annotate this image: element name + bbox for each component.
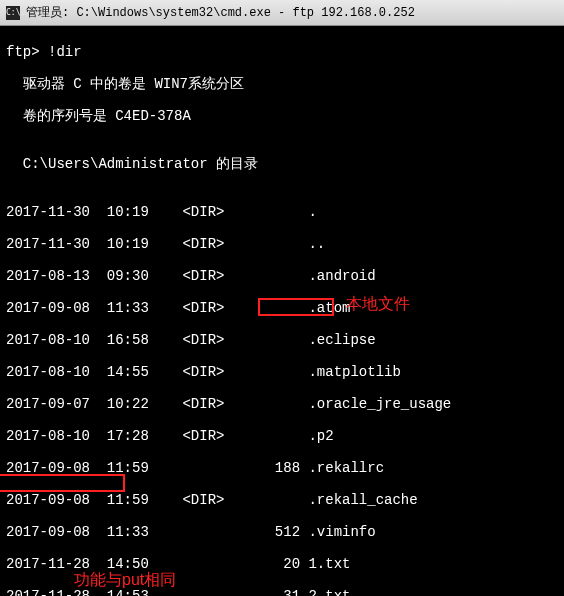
dir-row: 2017-09-08 11:33 512 .viminfo bbox=[6, 524, 558, 540]
output-line: C:\Users\Administrator 的目录 bbox=[6, 156, 558, 172]
terminal-area[interactable]: ftp> !dir 驱动器 C 中的卷是 WIN7系统分区 卷的序列号是 C4E… bbox=[0, 26, 564, 596]
annotation-box-send-cmd bbox=[0, 474, 125, 492]
dir-row: 2017-11-30 10:19 <DIR> .. bbox=[6, 236, 558, 252]
dir-row: 2017-09-07 10:22 <DIR> .oracle_jre_usage bbox=[6, 396, 558, 412]
dir-row: 2017-09-08 11:59 <DIR> .rekall_cache bbox=[6, 492, 558, 508]
dir-row: 2017-11-28 14:53 31 2.txt bbox=[6, 588, 558, 596]
dir-row: 2017-08-10 14:55 <DIR> .matplotlib bbox=[6, 364, 558, 380]
dir-row: 2017-11-30 10:19 <DIR> . bbox=[6, 204, 558, 220]
prompt-line: ftp> !dir bbox=[6, 44, 558, 60]
dir-row: 2017-08-10 17:28 <DIR> .p2 bbox=[6, 428, 558, 444]
output-line: 驱动器 C 中的卷是 WIN7系统分区 bbox=[6, 76, 558, 92]
dir-row: 2017-08-10 16:58 <DIR> .eclipse bbox=[6, 332, 558, 348]
cmd-window: C:\. 管理员: C:\Windows\system32\cmd.exe - … bbox=[0, 0, 564, 596]
annotation-box-local-file bbox=[258, 298, 334, 316]
titlebar[interactable]: C:\. 管理员: C:\Windows\system32\cmd.exe - … bbox=[0, 0, 564, 26]
dir-row: 2017-08-13 09:30 <DIR> .android bbox=[6, 268, 558, 284]
annotation-label-local-file: 本地文件 bbox=[346, 296, 410, 312]
output-line: 卷的序列号是 C4ED-378A bbox=[6, 108, 558, 124]
window-title: 管理员: C:\Windows\system32\cmd.exe - ftp 1… bbox=[26, 4, 415, 21]
cmd-icon: C:\. bbox=[6, 6, 20, 20]
annotation-label-put-equiv: 功能与put相同 bbox=[74, 572, 176, 588]
dir-row: 2017-11-28 14:50 20 1.txt bbox=[6, 556, 558, 572]
